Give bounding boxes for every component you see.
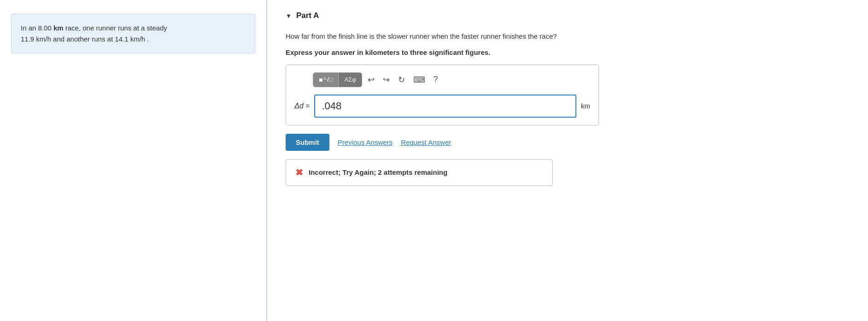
greek-letters-icon: ΑΣφ	[344, 76, 356, 83]
math-symbol-button[interactable]: ■ ⁵√□	[313, 73, 339, 87]
feedback-text: Incorrect; Try Again; 2 attempts remaini…	[309, 168, 447, 176]
math-toolbar-group: ■ ⁵√□ ΑΣφ	[313, 72, 362, 87]
unit-label: km	[581, 102, 590, 110]
keyboard-button[interactable]: ⌨	[411, 73, 428, 87]
redo-button[interactable]: ↪	[380, 73, 393, 87]
reload-button[interactable]: ↻	[395, 73, 408, 87]
right-panel: ▼ Part A How far from the finish line is…	[267, 0, 868, 321]
delta-label: Δd =	[294, 102, 310, 110]
left-panel: In an 8.00 km race, one runner runs at a…	[0, 0, 267, 321]
input-row: Δd = km	[294, 95, 590, 118]
toolbar: ■ ⁵√□ ΑΣφ ↩ ↪ ↻ ⌨ ?	[294, 72, 590, 87]
redo-icon: ↪	[383, 75, 390, 85]
previous-answers-button[interactable]: Previous Answers	[338, 138, 393, 146]
answer-input[interactable]	[314, 95, 576, 118]
radical-icon: ⁵√□	[323, 76, 333, 83]
greek-symbol-button[interactable]: ΑΣφ	[339, 73, 361, 87]
answer-box: ■ ⁵√□ ΑΣφ ↩ ↪ ↻ ⌨ ?	[286, 65, 599, 125]
action-row: Submit Previous Answers Request Answer	[286, 134, 850, 151]
reload-icon: ↻	[398, 75, 405, 85]
undo-icon: ↩	[368, 75, 375, 85]
request-answer-button[interactable]: Request Answer	[401, 138, 451, 146]
undo-button[interactable]: ↩	[365, 73, 377, 87]
question-text: How far from the finish line is the slow…	[286, 31, 663, 42]
part-header: ▼ Part A	[286, 11, 850, 20]
part-title: Part A	[296, 11, 319, 20]
incorrect-icon: ✖	[295, 167, 303, 178]
help-icon: ?	[434, 75, 438, 84]
square-root-icon: ■	[319, 76, 323, 83]
collapse-chevron-icon[interactable]: ▼	[286, 12, 292, 19]
feedback-box: ✖ Incorrect; Try Again; 2 attempts remai…	[286, 159, 553, 186]
keyboard-icon: ⌨	[413, 75, 425, 85]
problem-statement: In an 8.00 km race, one runner runs at a…	[11, 14, 255, 54]
problem-text: In an 8.00 km race, one runner runs at a…	[21, 24, 167, 43]
instruction-text: Express your answer in kilometers to thr…	[286, 48, 850, 56]
help-button[interactable]: ?	[431, 73, 441, 86]
submit-button[interactable]: Submit	[286, 134, 329, 151]
